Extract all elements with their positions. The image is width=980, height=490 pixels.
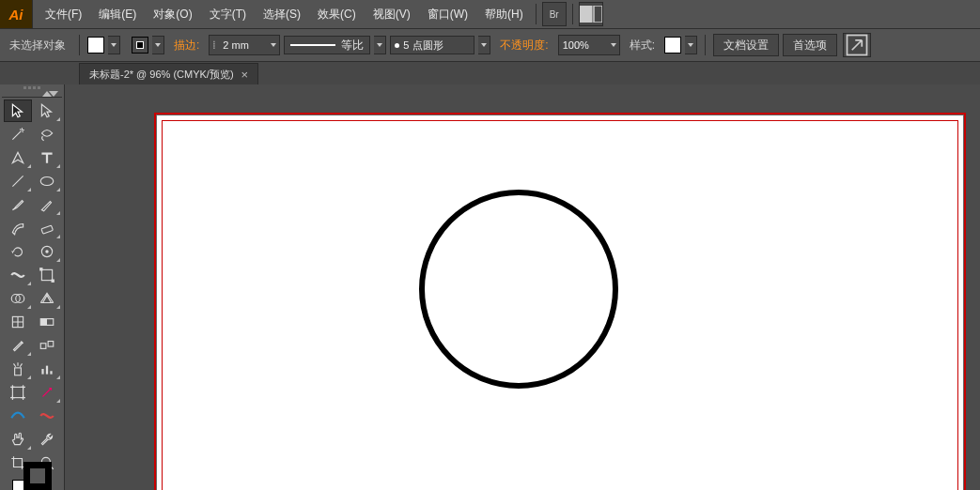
- free-transform-tool[interactable]: [33, 264, 61, 286]
- svg-line-3: [12, 176, 23, 186]
- menu-object[interactable]: 对象(O): [145, 0, 200, 28]
- arrange-documents-button[interactable]: [579, 2, 603, 26]
- smooth-tool[interactable]: [33, 405, 61, 427]
- brush-name: 5 点圆形: [403, 38, 443, 53]
- svg-rect-15: [40, 319, 47, 326]
- align-to-button[interactable]: [843, 33, 871, 57]
- column-graph-tool[interactable]: [33, 358, 61, 380]
- stroke-dropdown[interactable]: [152, 36, 164, 54]
- brush-dropdown[interactable]: [478, 36, 490, 54]
- shape-builder-tool[interactable]: [4, 287, 32, 310]
- svg-rect-0: [580, 6, 593, 23]
- paintbrush-tool[interactable]: [4, 193, 32, 216]
- artboard[interactable]: UiBQCOM: [154, 113, 966, 490]
- selection-tool[interactable]: [4, 100, 32, 122]
- svg-rect-19: [41, 369, 43, 375]
- align-icon: [844, 32, 870, 58]
- wrench-tool[interactable]: [33, 428, 61, 451]
- stroke-swatch[interactable]: [132, 37, 148, 54]
- menu-file[interactable]: 文件(F): [37, 0, 90, 28]
- lasso-tool[interactable]: [33, 123, 61, 145]
- workspace: UiBQCOM: [0, 84, 980, 490]
- line-icon: [290, 44, 335, 46]
- slice-tool[interactable]: [33, 381, 61, 404]
- fill-dropdown[interactable]: [108, 36, 120, 54]
- reflect-tool[interactable]: [33, 240, 61, 263]
- perspective-grid-tool[interactable]: [33, 287, 61, 310]
- svg-rect-10: [51, 280, 54, 283]
- stroke-label: 描边:: [168, 38, 205, 54]
- document-setup-button[interactable]: 文档设置: [713, 34, 779, 56]
- blend-tool[interactable]: [33, 334, 61, 357]
- brush-definition[interactable]: 5 点圆形: [390, 36, 474, 54]
- pen-tool[interactable]: [4, 146, 32, 169]
- svg-rect-18: [14, 368, 21, 375]
- type-tool[interactable]: [33, 146, 61, 169]
- blob-brush-tool[interactable]: [4, 217, 32, 239]
- arrange-icon: [580, 6, 602, 23]
- width-tool[interactable]: [4, 264, 32, 286]
- menu-type[interactable]: 文字(T): [201, 0, 255, 28]
- stroke-weight-dropdown[interactable]: [268, 37, 279, 54]
- svg-rect-21: [50, 371, 52, 374]
- stepper-icon[interactable]: ⁞: [210, 38, 219, 52]
- symbol-sprayer-tool[interactable]: [4, 358, 32, 380]
- eraser-tool[interactable]: [33, 217, 61, 239]
- dot-icon: [395, 43, 399, 48]
- gradient-tool[interactable]: [33, 311, 61, 333]
- svg-rect-8: [41, 269, 52, 280]
- document-tab-bar: 未标题-2* @ 96% (CMYK/预览) ×: [0, 62, 980, 84]
- menu-window[interactable]: 窗口(W): [419, 0, 476, 28]
- opacity-dropdown[interactable]: [608, 37, 619, 54]
- style-label: 样式:: [624, 38, 661, 54]
- menu-effect[interactable]: 效果(C): [309, 0, 365, 28]
- pencil-tool[interactable]: [33, 193, 61, 216]
- ellipse-tool[interactable]: [33, 170, 61, 192]
- control-bar: 未选择对象 描边: ⁞ 等比 5 点圆形 不透明度: 样式: 文档设置 首选项: [0, 29, 980, 62]
- document-tab[interactable]: 未标题-2* @ 96% (CMYK/预览) ×: [79, 63, 258, 84]
- stroke-style-label: 等比: [341, 38, 364, 54]
- stroke-profile-dropdown[interactable]: [374, 36, 386, 54]
- preferences-button[interactable]: 首选项: [783, 34, 837, 56]
- menu-help[interactable]: 帮助(H): [476, 0, 532, 28]
- opacity-label: 不透明度:: [494, 38, 553, 54]
- svg-rect-16: [40, 344, 46, 349]
- magic-wand-tool[interactable]: [4, 123, 32, 145]
- bridge-button[interactable]: Br: [542, 2, 567, 26]
- stroke-color-icon[interactable]: [23, 462, 52, 490]
- svg-point-4: [40, 177, 54, 186]
- curvature-tool[interactable]: [4, 405, 32, 427]
- graphic-style-swatch[interactable]: [664, 37, 681, 54]
- app-logo: Ai: [0, 0, 33, 28]
- canvas-area[interactable]: UiBQCOM: [65, 84, 980, 490]
- hand-tool[interactable]: [4, 428, 32, 451]
- stroke-weight-field[interactable]: ⁞: [209, 35, 280, 55]
- panel-grip[interactable]: [4, 86, 60, 89]
- mesh-tool[interactable]: [4, 311, 32, 333]
- toggle-columns[interactable]: [2, 91, 62, 98]
- circle-shape[interactable]: [419, 190, 618, 389]
- direct-selection-tool[interactable]: [33, 100, 61, 122]
- separator: [572, 4, 573, 24]
- stroke-weight-input[interactable]: [219, 37, 268, 54]
- rotate-tool[interactable]: [4, 240, 32, 263]
- line-segment-tool[interactable]: [4, 170, 32, 192]
- opacity-field[interactable]: [558, 35, 620, 55]
- svg-rect-9: [39, 268, 42, 270]
- stroke-profile-preview[interactable]: 等比: [284, 36, 370, 54]
- svg-rect-1: [594, 6, 602, 23]
- separator: [705, 35, 706, 55]
- graphic-style-dropdown[interactable]: [685, 36, 697, 54]
- svg-rect-20: [45, 366, 47, 375]
- fill-swatch[interactable]: [87, 37, 104, 54]
- selection-status: 未选择对象: [4, 38, 71, 54]
- menu-edit[interactable]: 编辑(E): [90, 0, 145, 28]
- opacity-input[interactable]: [559, 37, 608, 54]
- menu-bar: Ai 文件(F) 编辑(E) 对象(O) 文字(T) 选择(S) 效果(C) 视…: [0, 0, 980, 29]
- menu-select[interactable]: 选择(S): [255, 0, 309, 28]
- close-tab-button[interactable]: ×: [241, 68, 249, 82]
- fill-stroke-control[interactable]: [10, 478, 54, 490]
- menu-view[interactable]: 视图(V): [365, 0, 419, 28]
- eyedropper-tool[interactable]: [4, 334, 32, 357]
- artboard-tool[interactable]: [4, 381, 32, 404]
